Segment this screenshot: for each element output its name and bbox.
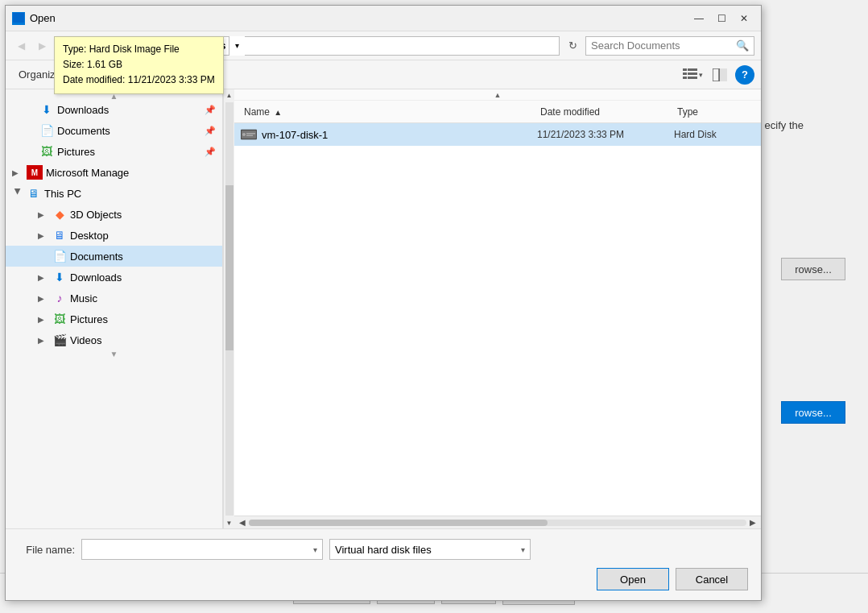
svg-rect-6 [683,77,687,79]
sidebar-item-videos[interactable]: ▶ 🎬 Videos [6,329,222,350]
sort-arrow-icon: ▲ [274,108,282,117]
sidebar-item-documents-pinned[interactable]: 📄 Documents 📌 [6,120,222,141]
svg-rect-14 [246,133,255,135]
bottom-section: File name: ▾ Virtual hard disk files ▾ O… [6,528,761,600]
dropdown-recent-button[interactable]: ▾ [54,37,72,55]
scroll-track[interactable] [225,102,234,516]
open-button[interactable]: Open [597,568,669,590]
sidebar-item-pictures-main[interactable]: ▶ 🖼 Pictures [6,309,222,329]
scroll-down-arrow[interactable]: ▼ [224,517,235,528]
file-type-dropdown-arrow: ▾ [521,545,525,554]
file-list-header: Name ▲ Date modified Type [234,101,761,123]
col-type-label: Type [677,106,698,118]
h-scrollbar[interactable]: ◀ ▶ [234,516,761,528]
downloads-pinned-icon: ⬇ [39,102,54,117]
sidebar-item-downloads-main[interactable]: ▶ ⬇ Downloads [6,267,222,288]
cancel-button[interactable]: Cancel [676,568,748,590]
sidebar-item-pictures-pinned[interactable]: 🖼 Pictures 📌 [6,141,222,162]
file-name-vm-disk: vm-107-disk-1 [262,129,537,141]
ms-manager-icon: M [27,165,43,180]
expand-arrow: ▶ [38,294,49,303]
bg-browse-button-1[interactable]: rowse... [781,258,845,280]
svg-rect-3 [688,68,697,71]
expand-arrow: ▶ [38,273,49,282]
help-button[interactable]: ? [735,65,754,85]
col-name-label: Name [244,106,270,118]
organize-button[interactable]: Organize ▾ [12,65,76,84]
refresh-button[interactable]: ↻ [563,36,582,56]
file-type-dropdown[interactable]: Virtual hard disk files ▾ [329,539,531,560]
view-dropdown-arrow: ▾ [699,71,703,79]
expand-arrow: ▶ [38,210,49,219]
pin-icon: 📌 [205,126,216,136]
file-date-vm-disk: 11/21/2023 3:33 PM [537,129,674,140]
file-row-vm-disk[interactable]: vm-107-disk-1 11/21/2023 3:33 PM Hard Di… [234,123,761,146]
ms-manager-label: Microsoft Manage [46,167,216,179]
file-name-dropdown-arrow[interactable]: ▾ [313,545,317,554]
sidebar-item-downloads-pinned[interactable]: ⬇ Downloads 📌 [6,99,222,120]
scroll-thumb [225,185,234,350]
h-scroll-track[interactable] [249,520,746,526]
back-button[interactable]: ◀ [12,37,30,55]
pictures-pinned-icon: 🖼 [39,144,54,159]
maximize-button[interactable]: ☐ [711,8,732,29]
videos-icon: 🎬 [52,333,67,347]
scroll-right-arrow[interactable]: ▶ [746,516,759,529]
pictures-main-label: Pictures [70,313,216,325]
bg-browse-button-2[interactable]: rowse... [781,401,845,424]
sidebar-item-documents-main[interactable]: 📄 Documents [6,246,222,267]
sidebar-scrollbar[interactable]: ▲ ▼ [223,89,234,528]
sidebar-item-desktop[interactable]: ▶ 🖥 Desktop [6,225,222,246]
downloads-pinned-label: Downloads [57,104,201,116]
col-name-header[interactable]: Name ▲ [241,106,537,118]
address-dropdown-button[interactable]: ▾ [229,36,245,56]
view-details-button[interactable]: ▾ [680,64,705,86]
sidebar-item-music[interactable]: ▶ ♪ Music [6,288,222,309]
close-button[interactable]: ✕ [734,8,754,29]
minimize-button[interactable]: — [688,8,709,29]
sidebar-item-3d-objects[interactable]: ▶ ◆ 3D Objects [6,204,222,225]
file-name-input[interactable] [87,544,313,556]
open-dialog: Open — ☐ ✕ ◀ ▶ ▾ ↑ 🖥 › This PC › Documen… [5,5,762,601]
documents-pinned-icon: 📄 [39,123,54,138]
new-folder-button[interactable]: New folder [80,65,143,84]
music-icon: ♪ [52,291,67,305]
file-icon-vm-disk [241,126,257,143]
scroll-left-arrow[interactable]: ◀ [236,516,249,529]
view-details-icon [683,68,697,81]
desktop-label: Desktop [70,230,216,242]
svg-rect-0 [13,14,24,23]
svg-rect-5 [688,72,697,75]
3d-objects-icon: ◆ [52,207,67,222]
documents-pinned-label: Documents [57,125,201,137]
scroll-up-arrow[interactable]: ▲ [224,89,235,101]
svg-rect-2 [683,68,687,71]
sidebar-item-ms-manager[interactable]: ▶ M Microsoft Manage [6,162,222,183]
sidebar-item-this-pc[interactable]: ▶ 🖥 This PC [6,183,222,204]
expand-arrow: ▶ [12,168,23,177]
new-folder-label: New folder [86,68,136,81]
downloads-main-label: Downloads [70,271,216,284]
col-type-header[interactable]: Type [674,106,754,118]
file-name-input-wrapper[interactable]: ▾ [81,539,323,560]
preview-pane-icon [713,68,727,81]
title-bar-buttons: — ☐ ✕ [688,8,754,29]
address-bar: ◀ ▶ ▾ ↑ 🖥 › This PC › Documents ▾ ↻ 🔍 [6,31,761,60]
search-icon: 🔍 [736,39,749,52]
up-button[interactable]: ↑ [75,37,93,55]
breadcrumb-this-pc[interactable]: This PC [122,39,159,52]
expand-arrow: ▶ [38,336,49,345]
desktop-icon: 🖥 [52,228,67,242]
file-list: ▲ Name ▲ Date modified Type [234,89,761,528]
downloads-main-icon: ⬇ [52,270,67,284]
preview-pane-button[interactable] [708,64,732,86]
search-input[interactable] [591,39,733,52]
organize-arrow-icon: ▾ [64,68,70,81]
col-date-header[interactable]: Date modified [537,106,674,118]
videos-label: Videos [70,334,216,346]
forward-button[interactable]: ▶ [33,37,51,55]
content-area: ▲ ⬇ Downloads 📌 📄 Documents 📌 🖼 Pictures… [6,89,761,528]
breadcrumb-documents[interactable]: Documents [169,39,226,52]
toolbar: Organize ▾ New folder ▾ [6,60,761,89]
music-label: Music [70,292,216,304]
